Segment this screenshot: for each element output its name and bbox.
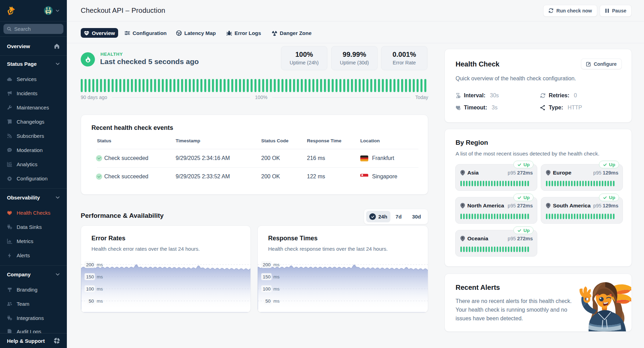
svg-text:100: 100 (263, 286, 271, 292)
svg-text:ms: ms (273, 298, 280, 304)
svg-text:ms: ms (97, 286, 103, 292)
svg-text:150: 150 (86, 274, 94, 279)
svg-text:150: 150 (263, 274, 271, 279)
svg-text:200: 200 (263, 262, 271, 267)
svg-text:ms: ms (273, 286, 280, 292)
svg-text:200: 200 (86, 262, 94, 267)
svg-text:ms: ms (97, 262, 103, 267)
svg-text:50: 50 (265, 298, 271, 304)
svg-text:ms: ms (97, 274, 103, 279)
svg-text:100: 100 (86, 286, 94, 292)
svg-text:ms: ms (273, 274, 280, 279)
svg-text:50: 50 (89, 298, 94, 304)
svg-text:ms: ms (97, 298, 103, 304)
svg-text:ms: ms (273, 262, 280, 267)
